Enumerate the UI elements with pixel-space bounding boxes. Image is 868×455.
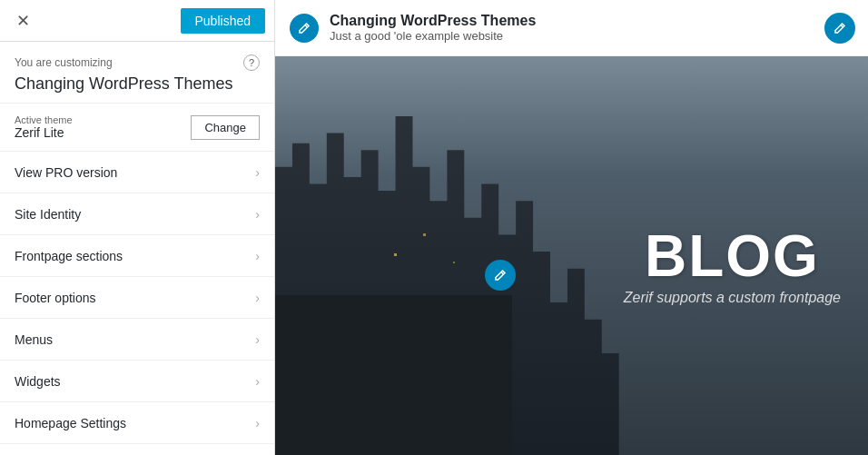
chevron-right-icon: ›	[255, 207, 260, 222]
menu-item-frontpage-sections[interactable]: Frontpage sections ›	[0, 235, 274, 277]
menu-list: View PRO version › Site Identity › Front…	[0, 152, 274, 455]
customizing-section: You are customizing ? Changing WordPress…	[0, 42, 274, 104]
window-light	[423, 233, 426, 236]
preview-site-tagline: Just a good 'ole example website	[330, 29, 536, 43]
pencil-icon-center	[494, 269, 507, 282]
active-theme-section: Active theme Zerif Lite Change	[0, 104, 274, 152]
pencil-icon-top-right	[833, 22, 846, 35]
menu-item-footer-options[interactable]: Footer options ›	[0, 277, 274, 319]
menu-item-homepage-settings[interactable]: Homepage Settings ›	[0, 402, 274, 444]
blog-title: BLOG	[624, 223, 841, 290]
chevron-right-icon: ›	[255, 291, 260, 305]
theme-info: Active theme Zerif Lite	[15, 114, 73, 140]
active-theme-label: Active theme	[15, 114, 73, 125]
theme-name: Zerif Lite	[15, 125, 73, 140]
pencil-icon	[298, 22, 311, 35]
chevron-right-icon: ›	[255, 416, 260, 430]
menu-item-label: Homepage Settings	[15, 416, 126, 430]
customizing-label: You are customizing ?	[15, 54, 260, 71]
menu-item-label: Site Identity	[15, 207, 81, 222]
menu-item-menus[interactable]: Menus ›	[0, 319, 274, 361]
help-icon[interactable]: ?	[243, 54, 260, 71]
menu-item-widgets[interactable]: Widgets ›	[0, 361, 274, 402]
menu-item-label: View PRO version	[15, 165, 117, 180]
chevron-right-icon: ›	[255, 249, 260, 263]
menu-item-view-pro[interactable]: View PRO version ›	[0, 152, 274, 193]
chevron-right-icon: ›	[255, 165, 260, 180]
menu-item-site-identity[interactable]: Site Identity ›	[0, 193, 274, 235]
menu-item-label: Menus	[15, 332, 53, 347]
preview-panel: Changing WordPress Themes Just a good 'o…	[275, 0, 868, 455]
chevron-right-icon: ›	[255, 374, 260, 389]
menu-item-label: Frontpage sections	[15, 249, 123, 263]
window-light	[453, 262, 455, 263]
preview-site-title: Changing WordPress Themes	[330, 13, 536, 29]
edit-circle-icon[interactable]	[290, 14, 319, 43]
close-button[interactable]: ✕	[9, 7, 36, 35]
customizer-panel: ✕ Published You are customizing ? Changi…	[0, 0, 275, 455]
preview-topbar: Changing WordPress Themes Just a good 'o…	[275, 0, 868, 56]
blog-subtitle: Zerif supports a custom frontpage	[624, 290, 841, 306]
preview-background: BLOG Zerif supports a custom frontpage	[275, 56, 868, 455]
change-theme-button[interactable]: Change	[191, 115, 260, 140]
foreground-dark	[275, 295, 512, 455]
menu-item-label: Widgets	[15, 374, 61, 389]
preview-content: BLOG Zerif supports a custom frontpage	[624, 223, 841, 306]
preview-site-info: Changing WordPress Themes Just a good 'o…	[330, 13, 536, 43]
center-edit-button[interactable]	[485, 260, 516, 291]
menu-item-label: Footer options	[15, 291, 96, 305]
chevron-right-icon: ›	[255, 332, 260, 347]
customizing-site-title: Changing WordPress Themes	[15, 74, 260, 94]
top-right-edit-button[interactable]	[824, 13, 855, 44]
customizing-text: You are customizing	[15, 56, 113, 69]
published-button[interactable]: Published	[181, 8, 266, 34]
window-light	[394, 253, 397, 256]
close-icon: ✕	[16, 11, 30, 31]
header-bar: ✕ Published	[0, 0, 274, 42]
